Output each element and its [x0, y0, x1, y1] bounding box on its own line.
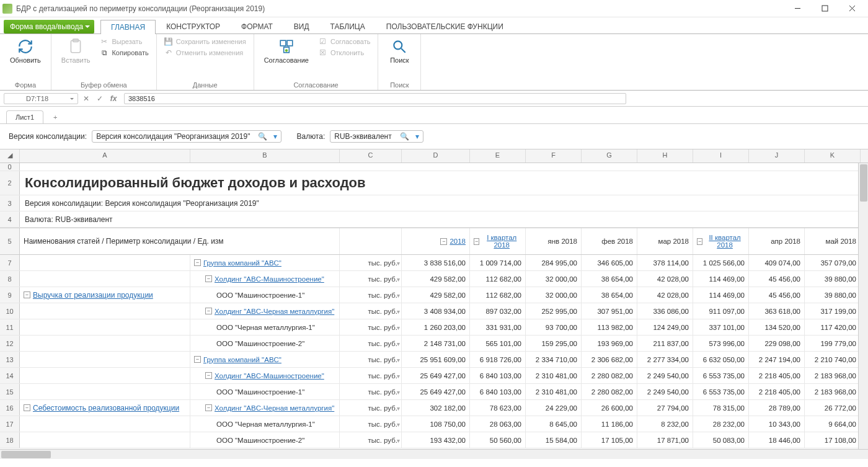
period-jan[interactable]: янв 2018 [526, 228, 582, 254]
value-cell[interactable]: 26 600,00 [582, 400, 637, 416]
value-cell[interactable]: 346 605,00 [582, 255, 637, 270]
value-cell[interactable]: 2 280 082,00 [582, 384, 637, 399]
entity-name[interactable]: −Группа компаний "ABC" [190, 255, 340, 270]
value-cell[interactable]: 897 032,00 [470, 303, 526, 319]
value-cell[interactable]: 25 951 609,00 [402, 352, 470, 367]
row-index[interactable]: 18 [0, 432, 20, 448]
filter-icon[interactable]: ▾ [397, 291, 400, 298]
value-cell[interactable]: 93 700,00 [526, 319, 582, 335]
value-cell[interactable]: 112 682,00 [470, 287, 526, 303]
unit-cell[interactable]: тыс. руб.▾ [340, 319, 402, 335]
tab-table[interactable]: ТАБЛИЦА [320, 19, 376, 33]
entity-name[interactable]: ООО "Машиностроение-1" [190, 384, 340, 399]
collapse-icon[interactable]: − [205, 372, 212, 379]
row-index[interactable]: 8 [0, 271, 20, 287]
entity-name[interactable]: −Холдинг "ABC-Машиностроение" [190, 368, 340, 383]
value-cell[interactable]: 2 218 405,00 [749, 384, 805, 399]
col-header-b[interactable]: B [190, 149, 340, 162]
report-subtitle-2[interactable]: Валюта: RUB-эквивалент [20, 211, 868, 227]
unit-cell[interactable]: тыс. руб.▾ [340, 255, 402, 270]
unit-cell[interactable]: тыс. руб.▾ [340, 336, 402, 351]
unit-cell[interactable]: тыс. руб.▾ [340, 368, 402, 383]
copy-button[interactable]: ⧉Копировать [99, 48, 149, 58]
period-apr[interactable]: апр 2018 [749, 228, 805, 254]
value-cell[interactable]: 2 247 194,00 [749, 352, 805, 367]
value-cell[interactable]: 8 232,00 [637, 416, 693, 432]
filter-icon[interactable]: ▾ [397, 259, 400, 266]
value-cell[interactable]: 307 951,00 [582, 303, 637, 319]
value-cell[interactable]: 78 315,00 [693, 400, 749, 416]
value-cell[interactable]: 10 343,00 [749, 416, 805, 432]
entity-name[interactable]: −Холдинг "ABC-Черная металлургия" [190, 303, 340, 319]
value-cell[interactable]: 45 456,00 [749, 271, 805, 287]
col-header-i[interactable]: I [693, 149, 749, 162]
coordination-button[interactable]: Согласование [260, 37, 312, 65]
value-cell[interactable]: 6 840 103,00 [470, 384, 526, 399]
value-cell[interactable]: 39 880,00 [805, 287, 861, 303]
value-cell[interactable]: 2 210 740,00 [805, 352, 861, 367]
value-cell[interactable]: 38 654,00 [582, 271, 637, 287]
row-header-label[interactable]: Наименования статей / Периметр консолида… [20, 228, 340, 254]
filter-icon[interactable]: ▾ [397, 404, 400, 411]
value-cell[interactable]: 124 249,00 [637, 319, 693, 335]
value-cell[interactable]: 1 025 566,00 [693, 255, 749, 270]
value-cell[interactable]: 108 750,00 [402, 416, 470, 432]
value-cell[interactable]: 2 249 540,00 [637, 368, 693, 383]
value-cell[interactable]: 28 789,00 [749, 400, 805, 416]
save-changes-button[interactable]: 💾Сохранить изменения [163, 37, 247, 47]
report-title[interactable]: Консолидированный бюджет доходов и расхо… [20, 171, 868, 195]
entity-name[interactable]: ООО "Черная металлургия-1" [190, 319, 340, 335]
currency-picker[interactable]: RUB-эквивалент 🔍 ▾ [330, 130, 423, 143]
unit-cell[interactable]: тыс. руб.▾ [340, 416, 402, 432]
entity-name[interactable]: ООО "Машиностроение-1" [190, 287, 340, 303]
period-may[interactable]: май 2018 [805, 228, 861, 254]
value-cell[interactable]: 11 186,00 [582, 416, 637, 432]
tab-constructor[interactable]: КОНСТРУКТОР [156, 19, 231, 33]
entity-name[interactable]: ООО "Машиностроение-2" [190, 432, 340, 448]
value-cell[interactable]: 2 218 405,00 [749, 368, 805, 383]
period-mar[interactable]: мар 2018 [637, 228, 693, 254]
horizontal-scrollbar[interactable] [0, 449, 868, 459]
cut-button[interactable]: ✂Вырезать [99, 37, 149, 47]
value-cell[interactable]: 302 182,00 [402, 400, 470, 416]
filter-icon[interactable]: ▾ [397, 308, 400, 314]
filter-icon[interactable]: ▾ [397, 437, 400, 443]
value-cell[interactable]: 6 840 103,00 [470, 368, 526, 383]
tab-format[interactable]: ФОРМАТ [231, 19, 283, 33]
collapse-icon[interactable]: − [194, 259, 201, 266]
value-cell[interactable]: 336 086,00 [637, 303, 693, 319]
value-cell[interactable]: 134 520,00 [749, 319, 805, 335]
tab-main[interactable]: ГЛАВНАЯ [100, 20, 156, 34]
filter-icon[interactable]: ▾ [397, 388, 400, 395]
value-cell[interactable]: 409 074,00 [749, 255, 805, 270]
value-cell[interactable]: 39 880,00 [805, 271, 861, 287]
unit-cell[interactable]: тыс. руб.▾ [340, 271, 402, 287]
row-index[interactable]: 10 [0, 303, 20, 319]
version-picker[interactable]: Версия консолидация "Реорганизация 2019"… [92, 130, 281, 143]
value-cell[interactable]: 2 334 710,00 [526, 352, 582, 367]
period-q1[interactable]: −I квартал 2018 [470, 228, 526, 254]
filter-icon[interactable]: ▾ [397, 275, 400, 282]
entity-name[interactable]: −Холдинг "ABC-Машиностроение" [190, 271, 340, 287]
row-index[interactable]: 15 [0, 384, 20, 399]
value-cell[interactable]: 357 079,00 [805, 255, 861, 270]
value-cell[interactable]: 2 277 334,00 [637, 352, 693, 367]
value-cell[interactable]: 1 009 714,00 [470, 255, 526, 270]
tab-view[interactable]: ВИД [283, 19, 320, 33]
value-cell[interactable]: 24 229,00 [526, 400, 582, 416]
value-cell[interactable]: 112 682,00 [470, 271, 526, 287]
col-header-a[interactable]: A [20, 149, 190, 162]
value-cell[interactable]: 337 101,00 [693, 319, 749, 335]
filter-icon[interactable]: ▾ [397, 356, 400, 363]
fx-icon[interactable]: fx [108, 93, 119, 104]
value-cell[interactable]: 17 871,00 [637, 432, 693, 448]
value-cell[interactable]: 193 969,00 [582, 336, 637, 351]
row-index[interactable]: 13 [0, 352, 20, 367]
value-cell[interactable]: 229 098,00 [749, 336, 805, 351]
value-cell[interactable]: 363 618,00 [749, 303, 805, 319]
row-index[interactable]: 16 [0, 400, 20, 416]
report-subtitle-1[interactable]: Версия консолидации: Версия консолидация… [20, 195, 868, 211]
entity-name[interactable]: −Холдинг "ABC-Черная металлургия" [190, 400, 340, 416]
col-header-g[interactable]: G [582, 149, 637, 162]
value-cell[interactable]: 17 108,00 [805, 432, 861, 448]
